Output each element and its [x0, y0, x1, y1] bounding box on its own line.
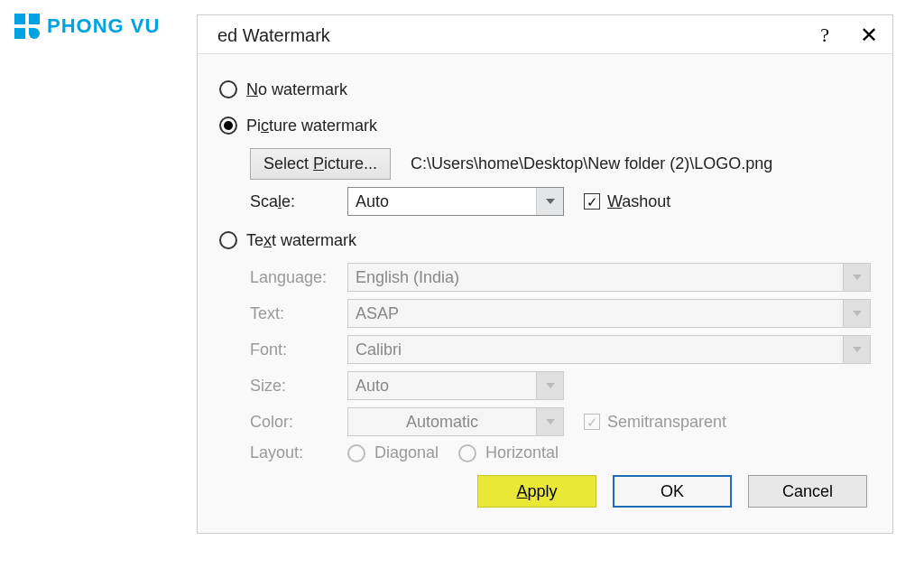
radio-text-watermark-label: Text watermark	[246, 231, 356, 250]
cancel-button[interactable]: Cancel	[748, 475, 867, 508]
chevron-down-icon	[843, 336, 870, 363]
size-combo: Auto	[347, 371, 564, 400]
logo-icon	[14, 14, 40, 39]
semitransparent-label: Semitransparent	[607, 413, 726, 432]
printed-watermark-dialog: ed Watermark ? ✕ No watermark Picture wa…	[197, 14, 893, 534]
color-combo: Automatic	[347, 407, 564, 436]
font-combo: Calibri	[347, 335, 871, 364]
radio-text-watermark[interactable]	[219, 231, 237, 249]
language-label: Language:	[250, 268, 347, 287]
radio-picture-watermark[interactable]	[219, 117, 237, 135]
logo-text: PHONG VU	[47, 14, 160, 38]
titlebar: ed Watermark ? ✕	[198, 15, 892, 54]
text-label: Text:	[250, 304, 347, 323]
chevron-down-icon	[843, 264, 870, 291]
layout-horizontal-label: Horizontal	[485, 443, 559, 462]
chevron-down-icon	[536, 372, 563, 399]
select-picture-button[interactable]: Select Picture...	[250, 148, 391, 180]
font-label: Font:	[250, 340, 347, 359]
radio-layout-horizontal	[458, 444, 476, 462]
washout-label: Washout	[607, 192, 670, 211]
semitransparent-checkbox	[584, 414, 600, 430]
chevron-down-icon	[536, 408, 563, 435]
dialog-title: ed Watermark	[217, 25, 330, 46]
chevron-down-icon	[843, 300, 870, 327]
size-label: Size:	[250, 377, 347, 396]
help-button[interactable]: ?	[820, 23, 829, 47]
text-combo: ASAP	[347, 299, 871, 328]
radio-picture-watermark-label: Picture watermark	[246, 117, 377, 135]
brand-logo: PHONG VU	[0, 0, 202, 52]
ok-button[interactable]: OK	[613, 475, 732, 508]
close-button[interactable]: ✕	[860, 23, 878, 48]
washout-checkbox[interactable]	[584, 193, 600, 210]
scale-combo[interactable]: Auto	[347, 187, 564, 216]
language-combo: English (India)	[347, 263, 871, 292]
radio-layout-diagonal	[347, 444, 365, 462]
picture-path: C:\Users\home\Desktop\New folder (2)\LOG…	[411, 154, 772, 173]
color-label: Color:	[250, 413, 347, 432]
radio-no-watermark[interactable]	[219, 80, 237, 98]
scale-label: Scale:	[250, 192, 347, 211]
layout-diagonal-label: Diagonal	[374, 443, 439, 462]
apply-button[interactable]: Apply	[477, 475, 596, 508]
chevron-down-icon[interactable]	[536, 188, 563, 215]
radio-no-watermark-label: No watermark	[246, 80, 347, 99]
layout-label: Layout:	[250, 443, 347, 462]
